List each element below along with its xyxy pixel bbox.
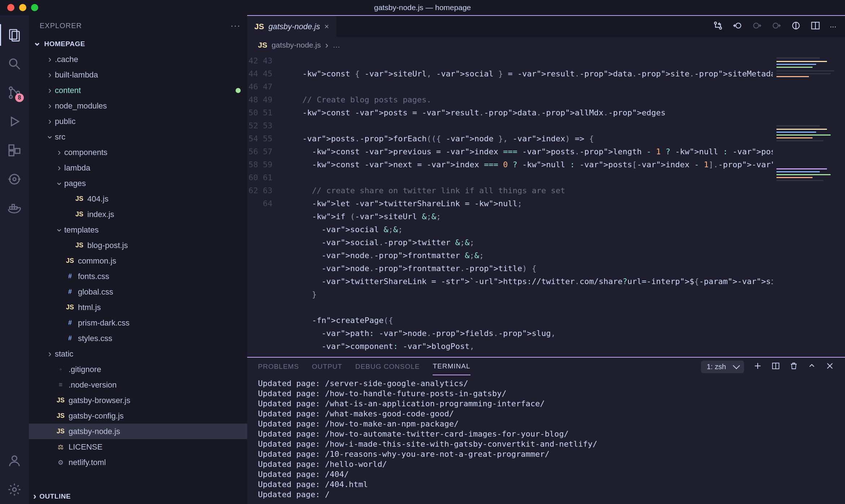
titlebar: gatsby-node.js — homepage	[0, 0, 845, 15]
license-icon: ⚖	[55, 443, 66, 451]
folder-row[interactable]: public	[29, 114, 247, 129]
chevron-icon	[45, 54, 55, 65]
more-actions-icon[interactable]: ···	[830, 22, 836, 31]
folder-row[interactable]: components	[29, 145, 247, 160]
svg-line-3	[16, 66, 20, 69]
file-row[interactable]: JShtml.js	[29, 300, 247, 315]
tree-item-label: gatsby-config.js	[69, 411, 247, 421]
chevron-icon	[45, 100, 55, 111]
tree-item-label: netlify.toml	[69, 458, 247, 467]
file-row[interactable]: #prism-dark.css	[29, 315, 247, 331]
panel-tab-problems[interactable]: PROBLEMS	[258, 358, 299, 375]
settings-activity[interactable]	[0, 475, 29, 504]
chevron-down-icon	[33, 38, 41, 49]
file-row[interactable]: ≡.node-version	[29, 377, 247, 393]
tree-item-label: public	[55, 117, 247, 126]
folder-row[interactable]: templates	[29, 222, 247, 238]
file-row[interactable]: ⚙netlify.toml	[29, 455, 247, 470]
file-row[interactable]: JS404.js	[29, 191, 247, 207]
chevron-right-icon	[325, 40, 328, 51]
folder-row[interactable]: content	[29, 83, 247, 98]
sidebar-more-icon[interactable]: ···	[231, 20, 241, 31]
explorer-activity[interactable]	[0, 21, 29, 49]
code-editor[interactable]: -kw">const { -var">siteUrl, -var">social…	[283, 53, 773, 357]
extensions-activity[interactable]	[0, 136, 29, 165]
svg-point-2	[10, 59, 17, 66]
tree-item-label: static	[55, 349, 247, 359]
panel-tab-debug[interactable]: DEBUG CONSOLE	[355, 358, 420, 375]
tree-item-label: blog-post.js	[87, 241, 247, 250]
gitignore-icon: ◦	[55, 366, 66, 373]
compare-changes-icon[interactable]	[713, 21, 723, 33]
new-terminal-icon[interactable]	[753, 362, 762, 372]
chevron-icon	[45, 69, 55, 80]
revert-icon[interactable]	[732, 21, 743, 33]
file-row[interactable]: ⚖LICENSE	[29, 439, 247, 455]
js-icon: JS	[55, 397, 66, 404]
file-row[interactable]: JScommon.js	[29, 253, 247, 269]
chevron-icon	[45, 131, 55, 142]
folder-row[interactable]: pages	[29, 176, 247, 191]
minimap[interactable]	[773, 53, 845, 357]
folder-row[interactable]: built-lambda	[29, 67, 247, 83]
folder-row[interactable]: static	[29, 346, 247, 362]
search-activity[interactable]	[0, 49, 29, 78]
svg-point-5	[9, 96, 12, 98]
debug-activity[interactable]	[0, 107, 29, 136]
next-change-icon[interactable]	[771, 21, 781, 33]
prev-change-icon[interactable]	[752, 21, 762, 33]
file-row[interactable]: JSgatsby-browser.js	[29, 393, 247, 408]
close-icon[interactable]: ×	[324, 22, 329, 31]
file-row[interactable]: JSgatsby-config.js	[29, 408, 247, 424]
split-terminal-icon[interactable]	[771, 362, 780, 372]
tree-item-label: pages	[64, 179, 247, 188]
file-row[interactable]: JSgatsby-node.js	[29, 424, 247, 439]
tree-item-label: LICENSE	[69, 442, 247, 452]
panel-tab-output[interactable]: OUTPUT	[312, 358, 342, 375]
split-editor-icon[interactable]	[810, 21, 820, 33]
maximize-window-button[interactable]	[31, 4, 38, 11]
docker-activity[interactable]	[0, 194, 29, 222]
js-icon: JS	[64, 304, 76, 311]
folder-row[interactable]: lambda	[29, 160, 247, 176]
gitlens-activity[interactable]	[0, 165, 29, 194]
tree-item-label: built-lambda	[55, 70, 247, 80]
tree-item-label: lambda	[64, 163, 247, 173]
tree-item-label: .node-version	[69, 380, 247, 390]
chevron-icon	[54, 162, 64, 173]
js-icon: JS	[74, 195, 85, 203]
file-row[interactable]: #fonts.css	[29, 269, 247, 284]
maximize-panel-icon[interactable]	[807, 362, 816, 372]
sidebar-section-outline[interactable]: OUTLINE	[29, 488, 247, 504]
svg-point-12	[13, 178, 16, 181]
activity-bar: 8	[0, 15, 29, 504]
tab-label: gatsby-node.js	[268, 22, 320, 31]
line-gutter: 42 43 44 45 46 47 48 49 50 51 52 53 54 5…	[247, 53, 283, 357]
panel-tab-terminal[interactable]: TERMINAL	[433, 358, 470, 375]
close-panel-icon[interactable]	[826, 362, 834, 372]
folder-row[interactable]: src	[29, 129, 247, 145]
file-row[interactable]: ◦.gitignore	[29, 362, 247, 377]
folder-row[interactable]: node_modules	[29, 98, 247, 114]
toggle-aux-icon[interactable]	[791, 21, 801, 33]
terminal-selector[interactable]: 1: zsh	[701, 361, 744, 373]
sidebar-section-homepage[interactable]: HOMEPAGE	[29, 36, 247, 52]
terminal-output[interactable]: Updated page: /server-side-google-analyt…	[247, 376, 845, 504]
close-window-button[interactable]	[7, 4, 14, 11]
file-row[interactable]: #styles.css	[29, 331, 247, 346]
tree-item-label: gatsby-browser.js	[69, 396, 247, 405]
window-title: gatsby-node.js — homepage	[374, 3, 471, 12]
account-activity[interactable]	[0, 446, 29, 475]
svg-point-20	[13, 488, 16, 491]
file-row[interactable]: JSblog-post.js	[29, 238, 247, 253]
file-row[interactable]: #global.css	[29, 284, 247, 300]
tab-gatsby-node[interactable]: JS gatsby-node.js ×	[247, 16, 337, 37]
folder-row[interactable]: .cache	[29, 52, 247, 67]
breadcrumb[interactable]: JS gatsby-node.js …	[247, 37, 845, 53]
scm-activity[interactable]: 8	[0, 78, 29, 107]
js-icon: JS	[74, 211, 85, 218]
file-row[interactable]: JSindex.js	[29, 207, 247, 222]
chevron-icon	[45, 348, 55, 359]
minimize-window-button[interactable]	[19, 4, 26, 11]
kill-terminal-icon[interactable]	[789, 362, 798, 372]
